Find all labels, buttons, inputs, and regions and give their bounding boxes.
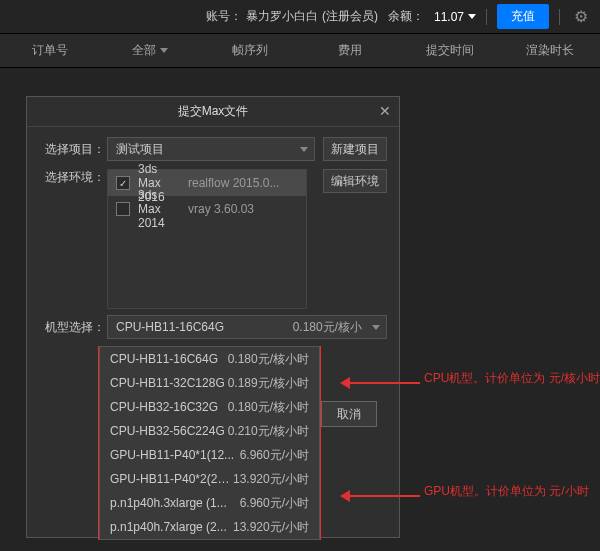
machine-label: 机型选择： [45,319,107,336]
member-type: (注册会员) [322,8,378,25]
divider [486,9,487,25]
annotation-text-gpu: GPU机型。计价单位为 元/小时 [424,483,589,500]
checkbox-icon[interactable]: ✓ [116,176,130,190]
project-row: 选择项目： 测试项目 新建项目 [45,137,387,161]
balance-label: 余额： [388,8,424,25]
account-name: 暴力罗小白白 [246,8,318,25]
machine-row: 机型选择： CPU-HB11-16C64G 0.180元/核小 [45,315,387,339]
machine-selected-name: CPU-HB11-16C64G [116,320,293,334]
machine-selected-price: 0.180元/核小 [293,319,362,336]
dialog-body: 选择项目： 测试项目 新建项目 选择环境： ✓ 3ds Max 2016 rea… [27,127,399,349]
recharge-button[interactable]: 充值 [497,4,549,29]
chevron-down-icon [372,325,380,330]
env-item[interactable]: 3ds Max 2014 vray 3.60.03 [108,196,306,222]
annotation-text-cpu: CPU机型。计价单位为 元/核小时 [424,370,600,387]
col-cost[interactable]: 费用 [300,42,400,59]
close-icon[interactable]: ✕ [379,103,391,119]
machine-dropdown[interactable]: CPU-HB11-16C64G 0.180元/核小 [107,315,387,339]
top-bar: 账号： 暴力罗小白白 (注册会员) 余额： 11.07 充值 ⚙ [0,0,600,34]
machine-option[interactable]: CPU-HB11-16C64G0.180元/核小时 [100,347,319,371]
new-project-button[interactable]: 新建项目 [323,137,387,161]
balance-value: 11.07 [434,10,476,24]
columns-header: 订单号 全部 帧序列 费用 提交时间 渲染时长 [0,34,600,68]
env-row: 选择环境： ✓ 3ds Max 2016 realflow 2015.0... … [45,169,387,309]
edit-env-button[interactable]: 编辑环境 [323,169,387,193]
chevron-down-icon [468,14,476,19]
machine-option[interactable]: GPU-HB11-P40*2(28...13.920元/小时 [100,467,319,491]
gear-icon[interactable]: ⚙ [570,7,592,26]
machine-option[interactable]: CPU-HB32-16C32G0.180元/核小时 [100,395,319,419]
account-label: 账号： [206,8,242,25]
project-value: 测试项目 [116,141,164,158]
env-plugin: realflow 2015.0... [188,176,298,190]
col-all[interactable]: 全部 [100,42,200,59]
machine-dropdown-list: CPU-HB11-16C64G0.180元/核小时 CPU-HB11-32C12… [99,346,320,540]
col-render-time[interactable]: 渲染时长 [500,42,600,59]
env-list: ✓ 3ds Max 2016 realflow 2015.0... 3ds Ma… [107,169,307,309]
dialog-title: 提交Max文件 [178,103,249,120]
col-submit-time[interactable]: 提交时间 [400,42,500,59]
project-dropdown[interactable]: 测试项目 [107,137,315,161]
machine-option[interactable]: GPU-HB11-P40*1(12...6.960元/小时 [100,443,319,467]
checkbox-icon[interactable] [116,202,130,216]
machine-option[interactable]: CPU-HB32-56C224G0.210元/核小时 [100,419,319,443]
chevron-down-icon [160,48,168,53]
divider [559,9,560,25]
env-label: 选择环境： [45,169,107,309]
machine-option[interactable]: CPU-HB11-32C128G0.189元/核小时 [100,371,319,395]
project-label: 选择项目： [45,141,107,158]
machine-option[interactable]: p.n1p40h.7xlarge (2...13.920元/小时 [100,515,319,539]
cancel-button[interactable]: 取消 [321,401,377,427]
col-frames[interactable]: 帧序列 [200,42,300,59]
machine-option[interactable]: p.n1p40h.3xlarge (1...6.960元/小时 [100,491,319,515]
env-plugin: vray 3.60.03 [188,202,298,216]
col-order-no[interactable]: 订单号 [0,42,100,59]
chevron-down-icon [300,147,308,152]
dialog-title-bar: 提交Max文件 ✕ [27,97,399,127]
